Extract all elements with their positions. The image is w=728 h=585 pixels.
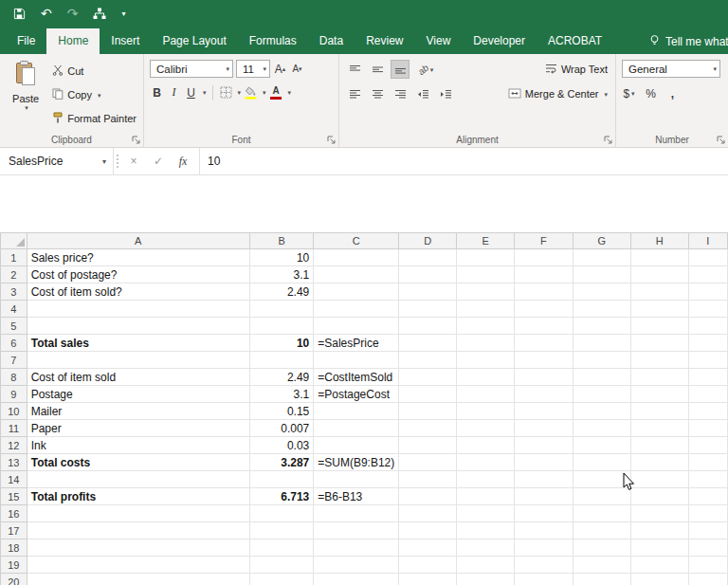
cell-G9[interactable] [573, 386, 630, 403]
row-header-16[interactable]: 16 [1, 505, 27, 522]
cell-G12[interactable] [573, 437, 630, 454]
align-center-icon[interactable] [368, 84, 387, 103]
cell-C12[interactable] [314, 437, 399, 454]
cell-I14[interactable] [688, 471, 727, 488]
cell-G6[interactable] [573, 335, 630, 352]
cell-I2[interactable] [688, 266, 727, 283]
borders-dropdown-icon[interactable]: ▾ [238, 89, 242, 96]
cell-A15[interactable]: Total profits [27, 488, 249, 505]
cell-B9[interactable]: 3.1 [249, 386, 313, 403]
row-header-14[interactable]: 14 [1, 471, 27, 488]
cell-D20[interactable] [399, 574, 457, 585]
select-all-button[interactable] [1, 233, 27, 249]
cell-B6[interactable]: 10 [249, 335, 313, 352]
row-header-15[interactable]: 15 [1, 488, 27, 505]
font-size-select[interactable]: 11 ▾ [236, 60, 270, 78]
number-dialog-launcher-icon[interactable] [717, 136, 725, 144]
tab-review[interactable]: Review [355, 28, 414, 54]
formula-input[interactable]: 10 [200, 148, 728, 174]
cell-C18[interactable] [314, 539, 399, 557]
cell-C20[interactable] [314, 574, 399, 585]
cancel-icon[interactable]: × [121, 155, 146, 168]
cell-I7[interactable] [688, 352, 727, 369]
row-header-18[interactable]: 18 [1, 539, 27, 557]
cell-B18[interactable] [249, 539, 313, 557]
row-header-11[interactable]: 11 [1, 420, 27, 437]
cell-F3[interactable] [515, 283, 573, 301]
decrease-font-size-button[interactable]: A▾ [290, 60, 304, 78]
copy-dropdown-icon[interactable]: ▾ [98, 92, 101, 99]
underline-button[interactable]: U [184, 83, 198, 101]
bold-button[interactable]: B [150, 83, 164, 101]
cell-G2[interactable] [573, 266, 630, 283]
cell-E20[interactable] [457, 574, 515, 585]
row-header-6[interactable]: 6 [1, 335, 27, 352]
cell-A20[interactable] [27, 574, 249, 585]
cell-D5[interactable] [399, 318, 457, 335]
cell-F12[interactable] [515, 437, 573, 454]
cell-D13[interactable] [399, 454, 457, 471]
row-header-13[interactable]: 13 [1, 454, 27, 471]
cell-D17[interactable] [399, 522, 457, 539]
accounting-dropdown-icon[interactable]: ▾ [631, 90, 635, 97]
bottom-align-icon[interactable] [391, 60, 410, 79]
cell-A5[interactable] [27, 318, 249, 335]
save-icon[interactable] [13, 8, 26, 20]
tab-home[interactable]: Home [46, 28, 100, 54]
row-header-4[interactable]: 4 [1, 301, 27, 318]
fill-color-icon[interactable] [244, 83, 258, 101]
cell-D6[interactable] [399, 335, 457, 352]
column-header-G[interactable]: G [573, 233, 630, 249]
cell-B2[interactable]: 3.1 [249, 266, 313, 283]
tab-formulas[interactable]: Formulas [238, 28, 308, 54]
cell-D7[interactable] [399, 352, 457, 369]
row-header-7[interactable]: 7 [1, 352, 27, 369]
cell-I6[interactable] [688, 335, 727, 352]
cell-I5[interactable] [688, 318, 727, 335]
cell-B14[interactable] [249, 471, 313, 488]
cell-D4[interactable] [399, 301, 457, 318]
cell-A2[interactable]: Cost of postage? [27, 266, 249, 283]
cell-H8[interactable] [630, 369, 688, 386]
accounting-format-button[interactable]: $ ▾ [622, 84, 636, 102]
cell-I11[interactable] [688, 420, 727, 437]
cell-A11[interactable]: Paper [27, 420, 249, 437]
cell-D8[interactable] [399, 369, 457, 386]
underline-dropdown-icon[interactable]: ▾ [203, 89, 207, 96]
cell-A3[interactable]: Cost of item sold? [27, 283, 249, 301]
cell-F8[interactable] [515, 369, 573, 386]
cell-F2[interactable] [515, 266, 573, 283]
cell-F7[interactable] [515, 352, 573, 369]
cell-G11[interactable] [573, 420, 630, 437]
cell-H16[interactable] [630, 505, 688, 522]
cell-H13[interactable] [630, 454, 688, 471]
row-header-2[interactable]: 2 [1, 266, 27, 283]
cell-D9[interactable] [399, 386, 457, 403]
cell-E11[interactable] [457, 420, 515, 437]
cell-E10[interactable] [457, 403, 515, 420]
cell-H9[interactable] [630, 386, 688, 403]
cell-D19[interactable] [399, 557, 457, 574]
cell-A14[interactable] [27, 471, 249, 488]
cell-C15[interactable]: =B6-B13 [314, 488, 399, 505]
cell-E15[interactable] [457, 488, 515, 505]
font-dialog-launcher-icon[interactable] [327, 136, 336, 144]
align-right-icon[interactable] [391, 84, 410, 103]
tab-data[interactable]: Data [308, 28, 355, 54]
cell-A4[interactable] [27, 301, 249, 318]
undo-icon[interactable]: ↶ [41, 7, 52, 20]
cell-A9[interactable]: Postage [27, 386, 249, 403]
cell-E6[interactable] [457, 335, 515, 352]
font-name-select[interactable]: Calibri ▾ [150, 60, 233, 78]
row-header-5[interactable]: 5 [1, 318, 27, 335]
cell-H1[interactable] [630, 249, 688, 266]
increase-indent-icon[interactable] [436, 84, 455, 103]
cell-H7[interactable] [630, 352, 688, 369]
cell-G7[interactable] [573, 352, 630, 369]
row-header-17[interactable]: 17 [1, 522, 27, 539]
cell-G13[interactable] [573, 454, 630, 471]
cell-H18[interactable] [630, 539, 688, 557]
cell-E16[interactable] [457, 505, 515, 522]
font-color-dropdown-icon[interactable]: ▾ [288, 89, 292, 96]
redo-icon[interactable]: ↷ [67, 7, 79, 20]
